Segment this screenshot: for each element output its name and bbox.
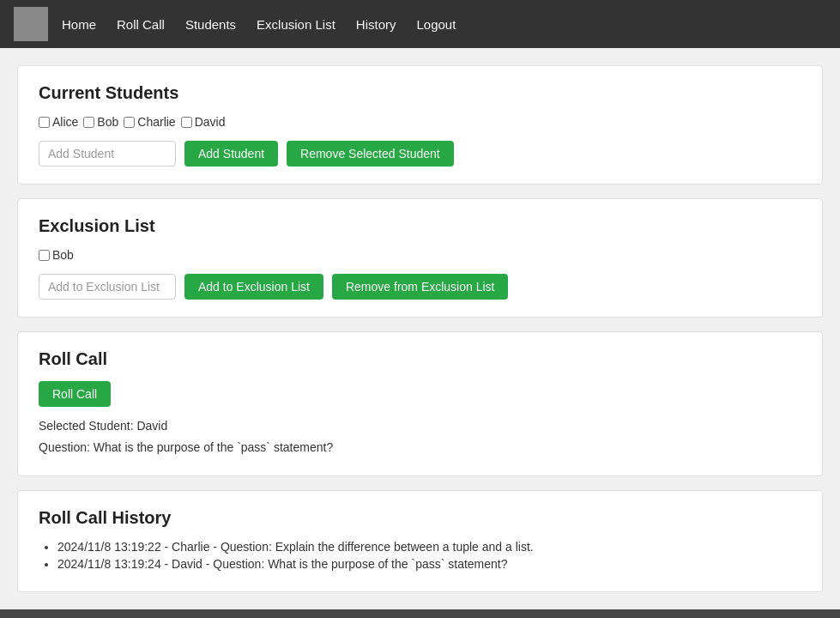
add-student-input[interactable]: [39, 141, 176, 167]
student-alice[interactable]: Alice: [39, 115, 78, 129]
roll-call-button[interactable]: Roll Call: [39, 381, 111, 407]
selected-student-label: Selected Student: David: [39, 415, 801, 437]
nav-history[interactable]: History: [356, 17, 396, 32]
roll-call-title: Roll Call: [39, 349, 801, 369]
nav-home[interactable]: Home: [62, 17, 96, 32]
student-bob-label: Bob: [97, 115, 118, 129]
student-charlie[interactable]: Charlie: [124, 115, 175, 129]
remove-from-exclusion-button[interactable]: Remove from Exclusion List: [332, 274, 509, 300]
add-student-button[interactable]: Add Student: [184, 141, 278, 167]
student-david-label: David: [195, 115, 226, 129]
roll-call-question: Question: What is the purpose of the `pa…: [39, 437, 801, 458]
student-david-checkbox[interactable]: [181, 117, 192, 128]
nav-logout[interactable]: Logout: [416, 17, 456, 32]
student-charlie-label: Charlie: [137, 115, 175, 129]
exclusion-students-list: Bob: [39, 248, 801, 262]
nav-logo: [14, 7, 48, 41]
student-bob-checkbox[interactable]: [83, 117, 94, 128]
footer: Privacy Policy Terms of Service Contact …: [0, 609, 840, 618]
student-bob[interactable]: Bob: [83, 115, 118, 129]
nav-exclusion-list[interactable]: Exclusion List: [257, 17, 335, 32]
remove-selected-student-button[interactable]: Remove Selected Student: [287, 141, 454, 167]
history-entry-1: 2024/11/8 13:19:24 - David - Question: W…: [57, 557, 801, 571]
nav-roll-call[interactable]: Roll Call: [117, 17, 165, 32]
roll-call-actions: Roll Call: [39, 381, 801, 407]
current-students-title: Current Students: [39, 83, 801, 103]
history-title: Roll Call History: [39, 508, 801, 528]
exclusion-bob[interactable]: Bob: [39, 248, 74, 262]
exclusion-bob-checkbox[interactable]: [39, 250, 50, 261]
nav-links: Home Roll Call Students Exclusion List H…: [62, 17, 456, 32]
add-exclusion-input[interactable]: [39, 274, 176, 300]
history-list: 2024/11/8 13:19:22 - Charlie - Question:…: [39, 540, 801, 571]
student-david[interactable]: David: [181, 115, 226, 129]
roll-call-info: Selected Student: David Question: What i…: [39, 415, 801, 458]
student-charlie-checkbox[interactable]: [124, 117, 135, 128]
current-students-section: Current Students Alice Bob Charlie David…: [17, 65, 823, 185]
student-alice-label: Alice: [52, 115, 78, 129]
roll-call-section: Roll Call Roll Call Selected Student: Da…: [17, 331, 823, 476]
exclusion-list-section: Exclusion List Bob Add to Exclusion List…: [17, 198, 823, 318]
history-section: Roll Call History 2024/11/8 13:19:22 - C…: [17, 490, 823, 592]
exclusion-list-title: Exclusion List: [39, 216, 801, 236]
current-students-actions: Add Student Remove Selected Student: [39, 141, 801, 167]
add-to-exclusion-button[interactable]: Add to Exclusion List: [184, 274, 323, 300]
student-alice-checkbox[interactable]: [39, 117, 50, 128]
exclusion-bob-label: Bob: [52, 248, 74, 262]
nav-students[interactable]: Students: [185, 17, 236, 32]
main-content: Current Students Alice Bob Charlie David…: [0, 48, 840, 609]
current-students-list: Alice Bob Charlie David: [39, 115, 801, 129]
exclusion-list-actions: Add to Exclusion List Remove from Exclus…: [39, 274, 801, 300]
history-entry-0: 2024/11/8 13:19:22 - Charlie - Question:…: [57, 540, 801, 554]
navbar: Home Roll Call Students Exclusion List H…: [0, 0, 840, 48]
